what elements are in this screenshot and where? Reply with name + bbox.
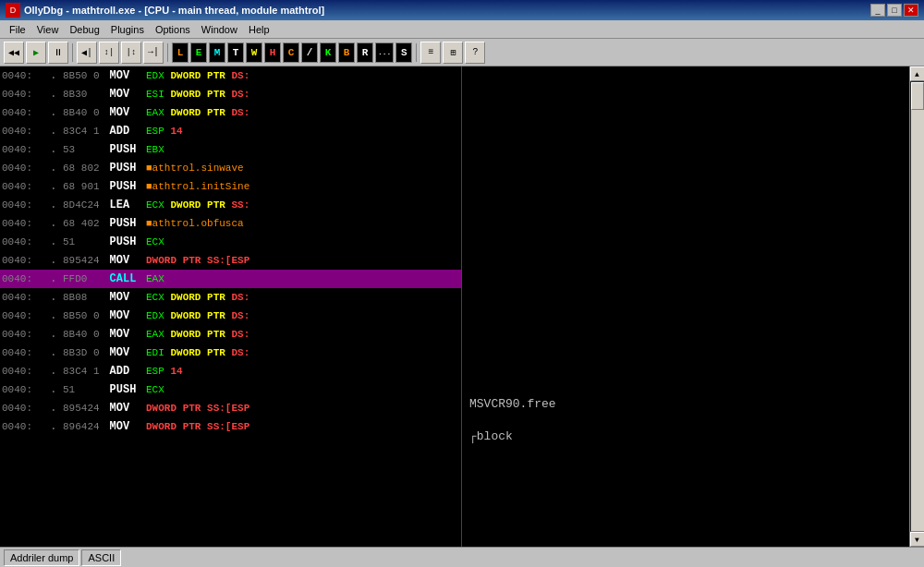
tb-R[interactable]: R — [357, 42, 373, 63]
tb-sep3 — [416, 43, 417, 62]
tb-rewind[interactable]: ◀◀ — [4, 42, 24, 64]
app-icon: D — [6, 3, 20, 18]
asm-line-20[interactable]: 0040: . 896424 MOV DWORD PTR SS:[ESP — [0, 417, 461, 436]
main-content: 0040: . 8B50 0 MOV EDX,DWORD PTR DS: 004… — [0, 66, 924, 547]
scroll-up-arrow[interactable]: ▲ — [910, 66, 925, 81]
asm-line-11[interactable]: 0040: . 895424 MOV DWORD PTR SS:[ESP — [0, 251, 461, 270]
minimize-button[interactable]: _ — [870, 4, 885, 17]
menu-plugins[interactable]: Plugins — [105, 22, 150, 37]
tb-step-back[interactable]: ◀| — [77, 42, 97, 64]
tb-step-over[interactable]: |↕ — [121, 42, 141, 64]
asm-line-16[interactable]: 0040: . 8B3D 0 MOV EDI,DWORD PTR DS: — [0, 344, 461, 362]
asm-line-7[interactable]: 0040: . 68 901 PUSH ■athtrol.initSine — [0, 177, 461, 196]
tb-W[interactable]: W — [246, 42, 262, 63]
asm-line-13[interactable]: 0040: . 8B08 MOV ECX,DWORD PTR DS: — [0, 288, 461, 307]
asm-line-4[interactable]: 0040: . 83C4 1 ADD ESP,14 — [0, 122, 461, 140]
tb-play[interactable]: ▶ — [26, 42, 46, 64]
tb-dots[interactable]: ... — [375, 42, 394, 63]
tb-L[interactable]: L — [172, 42, 188, 63]
scroll-thumb[interactable] — [911, 82, 924, 110]
asm-line-18[interactable]: 0040: . 51 PUSH ECX — [0, 380, 461, 399]
asm-line-2[interactable]: 0040: . 8B30 MOV ESI,DWORD PTR DS: — [0, 85, 461, 103]
tb-K[interactable]: K — [320, 42, 336, 63]
asm-line-9[interactable]: 0040: . 68 402 PUSH ■athtrol.obfusca — [0, 214, 461, 233]
menu-debug[interactable]: Debug — [64, 22, 104, 37]
tb-grid[interactable]: ⊞ — [443, 42, 463, 64]
tb-E[interactable]: E — [190, 42, 207, 63]
status-bar: Addriler dump ASCII — [0, 547, 924, 567]
status-ascii: ASCII — [81, 549, 121, 566]
tb-C[interactable]: C — [283, 42, 299, 63]
asm-line-5[interactable]: 0040: . 53 PUSH EBX — [0, 140, 461, 159]
asm-line-1[interactable]: 0040: . 8B50 0 MOV EDX,DWORD PTR DS: — [0, 66, 461, 85]
asm-line-10[interactable]: 0040: . 51 PUSH ECX — [0, 233, 461, 251]
asm-line-14[interactable]: 0040: . 8B50 0 MOV EDX,DWORD PTR DS: — [0, 307, 461, 325]
tb-slash[interactable]: / — [301, 42, 318, 63]
asm-line-3[interactable]: 0040: . 8B40 0 MOV EAX,DWORD PTR DS: — [0, 103, 461, 122]
right-scrollbar[interactable]: ▲ ▼ — [909, 66, 924, 547]
maximize-button[interactable]: □ — [887, 4, 902, 17]
menu-help[interactable]: Help — [243, 22, 275, 37]
menu-file[interactable]: File — [4, 22, 31, 37]
block-label: ┌block — [469, 429, 902, 443]
info-panel: MSVCR90.free ┌block — [462, 66, 909, 547]
asm-line-15[interactable]: 0040: . 8B40 0 MOV EAX,DWORD PTR DS: — [0, 325, 461, 344]
msvcr-label: MSVCR90.free — [469, 397, 902, 411]
tb-M[interactable]: M — [209, 42, 225, 63]
scroll-track[interactable] — [910, 81, 925, 532]
asm-line-8[interactable]: 0040: . 8D4C24 LEA ECX,DWORD PTR SS: — [0, 196, 461, 214]
menu-view[interactable]: View — [31, 22, 65, 37]
menu-window[interactable]: Window — [196, 22, 243, 37]
close-button[interactable]: ✕ — [904, 4, 918, 17]
asm-line-12-highlighted[interactable]: 0040: . FFD0 CALL EAX — [0, 270, 461, 288]
title-bar: D OllyDbg - mathtroll.exe - [CPU - main … — [0, 0, 924, 20]
tb-H[interactable]: H — [264, 42, 281, 63]
window-controls: _ □ ✕ — [870, 4, 918, 17]
asm-line-17[interactable]: 0040: . 83C4 1 ADD ESP,14 — [0, 362, 461, 380]
tb-pause[interactable]: ⏸ — [48, 42, 68, 64]
toolbar: ◀◀ ▶ ⏸ ◀| ↕| |↕ →| L E M T W H C / K B R… — [0, 39, 924, 66]
status-dump: Addriler dump — [4, 549, 79, 566]
asm-line-19[interactable]: 0040: . 895424 MOV DWORD PTR SS:[ESP — [0, 399, 461, 417]
disasm-panel[interactable]: 0040: . 8B50 0 MOV EDX,DWORD PTR DS: 004… — [0, 66, 462, 547]
window-title: OllyDbg - mathtroll.exe - [CPU - main th… — [24, 5, 870, 16]
tb-sep1 — [72, 43, 73, 62]
menu-options[interactable]: Options — [150, 22, 196, 37]
tb-B[interactable]: B — [338, 42, 355, 63]
tb-run-to[interactable]: →| — [143, 42, 164, 64]
tb-step-into[interactable]: ↕| — [99, 42, 119, 64]
menu-bar: File View Debug Plugins Options Window H… — [0, 20, 924, 39]
scroll-down-arrow[interactable]: ▼ — [910, 532, 925, 547]
tb-help[interactable]: ? — [465, 42, 485, 64]
tb-S[interactable]: S — [395, 42, 412, 63]
tb-list[interactable]: ≡ — [420, 42, 441, 64]
tb-sep2 — [167, 43, 168, 62]
tb-T[interactable]: T — [227, 42, 244, 63]
asm-line-6[interactable]: 0040: . 68 802 PUSH ■athtrol.sinwave — [0, 159, 461, 177]
